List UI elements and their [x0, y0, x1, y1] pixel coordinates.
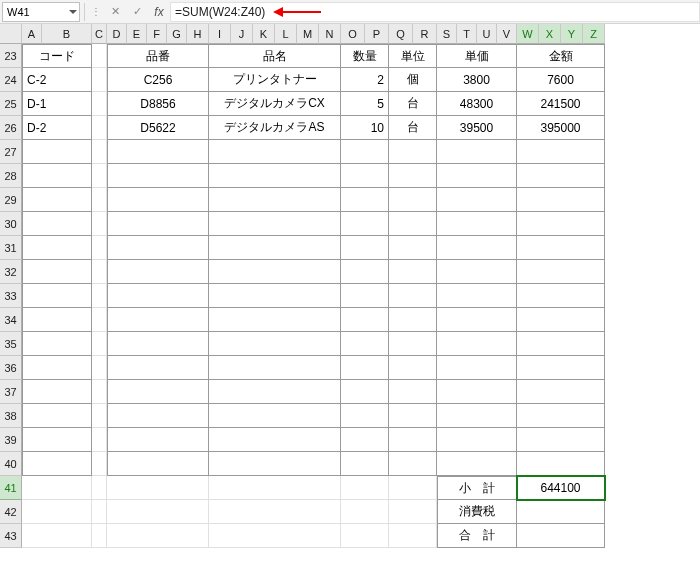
cell-gap-28[interactable]	[92, 164, 107, 188]
col-header-R[interactable]: R	[413, 24, 437, 44]
col-header-L[interactable]: L	[275, 24, 297, 44]
row-header-28[interactable]: 28	[0, 164, 22, 188]
cell-unitPrice-25[interactable]: 48300	[437, 92, 517, 116]
cell-gap-26[interactable]	[92, 116, 107, 140]
col-header-C[interactable]: C	[92, 24, 107, 44]
cell-partName-24[interactable]: プリンタトナー	[209, 68, 341, 92]
cell-code-43[interactable]	[22, 524, 92, 548]
cell-unit-36[interactable]	[389, 356, 437, 380]
cell-code-26[interactable]: D-2	[22, 116, 92, 140]
cell-partNo-28[interactable]	[107, 164, 209, 188]
cell-gap-33[interactable]	[92, 284, 107, 308]
cell-qty-39[interactable]	[341, 428, 389, 452]
cell-partNo-37[interactable]	[107, 380, 209, 404]
cell-unitPrice-36[interactable]	[437, 356, 517, 380]
cell-partName-29[interactable]	[209, 188, 341, 212]
cell-partName-36[interactable]	[209, 356, 341, 380]
cell-qty-27[interactable]	[341, 140, 389, 164]
cell-gap-32[interactable]	[92, 260, 107, 284]
cell-partNo-32[interactable]	[107, 260, 209, 284]
col-header-T[interactable]: T	[457, 24, 477, 44]
cell-qty-28[interactable]	[341, 164, 389, 188]
row-header-43[interactable]: 43	[0, 524, 22, 548]
row-header-40[interactable]: 40	[0, 452, 22, 476]
cell-gap-38[interactable]	[92, 404, 107, 428]
cell-amount-41[interactable]: 644100	[517, 476, 605, 500]
cell-unitPrice-29[interactable]	[437, 188, 517, 212]
cell-unitPrice-27[interactable]	[437, 140, 517, 164]
row-header-38[interactable]: 38	[0, 404, 22, 428]
cell-amount-36[interactable]	[517, 356, 605, 380]
cell-unitPrice-34[interactable]	[437, 308, 517, 332]
cell-code-31[interactable]	[22, 236, 92, 260]
cell-partNo-29[interactable]	[107, 188, 209, 212]
cell-code-35[interactable]	[22, 332, 92, 356]
cell-qty-38[interactable]	[341, 404, 389, 428]
cell-partName-33[interactable]	[209, 284, 341, 308]
col-header-M[interactable]: M	[297, 24, 319, 44]
col-header-S[interactable]: S	[437, 24, 457, 44]
cell-unitPrice-24[interactable]: 3800	[437, 68, 517, 92]
cell-qty-34[interactable]	[341, 308, 389, 332]
cell-partNo-27[interactable]	[107, 140, 209, 164]
cell-qty-35[interactable]	[341, 332, 389, 356]
cell-code-39[interactable]	[22, 428, 92, 452]
row-header-23[interactable]: 23	[0, 44, 22, 68]
row-header-30[interactable]: 30	[0, 212, 22, 236]
fx-icon[interactable]: fx	[148, 3, 170, 21]
formula-input[interactable]: =SUM(W24:Z40)	[170, 2, 700, 22]
cell-code-33[interactable]	[22, 284, 92, 308]
cell-qty-26[interactable]: 10	[341, 116, 389, 140]
cell-unit-27[interactable]	[389, 140, 437, 164]
header-code[interactable]: コード	[22, 44, 92, 68]
select-all-corner[interactable]	[0, 24, 22, 44]
cell-amount-37[interactable]	[517, 380, 605, 404]
cell-unitPrice-35[interactable]	[437, 332, 517, 356]
cell-gap-39[interactable]	[92, 428, 107, 452]
cell-partNo-35[interactable]	[107, 332, 209, 356]
cell-qty-37[interactable]	[341, 380, 389, 404]
cell-unitPrice-42[interactable]: 消費税	[437, 500, 517, 524]
cell-unit-38[interactable]	[389, 404, 437, 428]
cell-code-40[interactable]	[22, 452, 92, 476]
header-gap[interactable]	[92, 44, 107, 68]
cell-partNo-36[interactable]	[107, 356, 209, 380]
row-header-32[interactable]: 32	[0, 260, 22, 284]
col-header-J[interactable]: J	[231, 24, 253, 44]
cell-qty-33[interactable]	[341, 284, 389, 308]
cell-partName-31[interactable]	[209, 236, 341, 260]
cell-gap-35[interactable]	[92, 332, 107, 356]
cell-unit-25[interactable]: 台	[389, 92, 437, 116]
cell-partNo-42[interactable]	[107, 500, 209, 524]
cell-gap-27[interactable]	[92, 140, 107, 164]
cell-amount-29[interactable]	[517, 188, 605, 212]
cell-unit-28[interactable]	[389, 164, 437, 188]
cell-qty-43[interactable]	[341, 524, 389, 548]
cell-partNo-26[interactable]: D5622	[107, 116, 209, 140]
col-header-Q[interactable]: Q	[389, 24, 413, 44]
cell-gap-40[interactable]	[92, 452, 107, 476]
col-header-W[interactable]: W	[517, 24, 539, 44]
header-qty[interactable]: 数量	[341, 44, 389, 68]
col-header-G[interactable]: G	[167, 24, 187, 44]
cell-partName-35[interactable]	[209, 332, 341, 356]
cell-unitPrice-31[interactable]	[437, 236, 517, 260]
cell-unitPrice-30[interactable]	[437, 212, 517, 236]
cell-partName-25[interactable]: デジタルカメラCX	[209, 92, 341, 116]
cell-partNo-39[interactable]	[107, 428, 209, 452]
col-header-P[interactable]: P	[365, 24, 389, 44]
row-header-31[interactable]: 31	[0, 236, 22, 260]
cell-code-32[interactable]	[22, 260, 92, 284]
cell-code-36[interactable]	[22, 356, 92, 380]
cell-partNo-40[interactable]	[107, 452, 209, 476]
cell-amount-31[interactable]	[517, 236, 605, 260]
cell-gap-42[interactable]	[92, 500, 107, 524]
cell-gap-41[interactable]	[92, 476, 107, 500]
cell-unit-24[interactable]: 個	[389, 68, 437, 92]
cell-amount-38[interactable]	[517, 404, 605, 428]
cell-amount-24[interactable]: 7600	[517, 68, 605, 92]
col-header-V[interactable]: V	[497, 24, 517, 44]
cell-partNo-30[interactable]	[107, 212, 209, 236]
enter-icon[interactable]: ✓	[126, 3, 148, 21]
cell-unit-41[interactable]	[389, 476, 437, 500]
